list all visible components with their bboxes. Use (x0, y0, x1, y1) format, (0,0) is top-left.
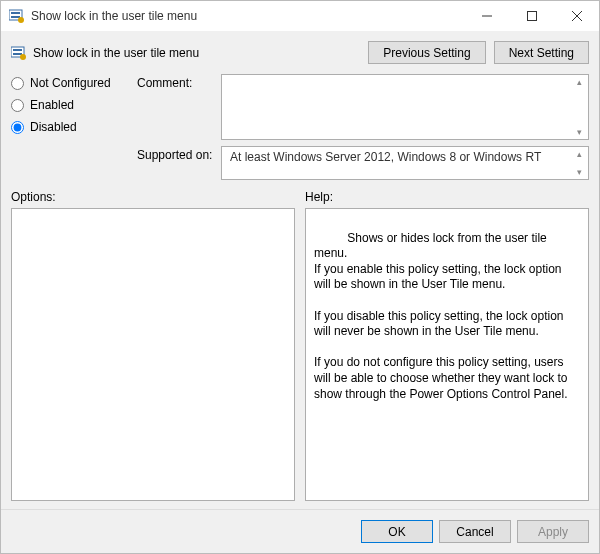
spacer (11, 501, 589, 509)
content-area: Show lock in the user tile menu Previous… (1, 31, 599, 509)
svg-point-11 (20, 54, 26, 60)
radio-enabled-label: Enabled (30, 98, 74, 112)
minimize-button[interactable] (464, 1, 509, 31)
help-text: Shows or hides lock from the user tile m… (314, 231, 571, 401)
svg-rect-5 (527, 12, 536, 21)
settings-grid: Not Configured Enabled Disabled Comment:… (11, 74, 589, 180)
supported-scroll[interactable]: ▴ ▾ (571, 148, 587, 178)
apply-button[interactable]: Apply (517, 520, 589, 543)
ok-button[interactable]: OK (361, 520, 433, 543)
radio-not-configured[interactable]: Not Configured (11, 76, 131, 90)
svg-rect-9 (13, 49, 22, 51)
radio-enabled-input[interactable] (11, 99, 24, 112)
titlebar: Show lock in the user tile menu (1, 1, 599, 31)
radio-not-configured-input[interactable] (11, 77, 24, 90)
svg-rect-1 (11, 12, 20, 14)
options-panel[interactable] (11, 208, 295, 501)
radio-disabled-input[interactable] (11, 121, 24, 134)
comment-label: Comment: (137, 74, 215, 140)
comment-scroll[interactable]: ▴ ▾ (571, 76, 587, 138)
svg-point-3 (18, 17, 24, 23)
svg-rect-2 (11, 16, 20, 18)
help-panel[interactable]: Shows or hides lock from the user tile m… (305, 208, 589, 501)
svg-rect-10 (13, 53, 22, 55)
options-label: Options: (11, 190, 295, 204)
chevron-down-icon[interactable]: ▾ (571, 166, 587, 178)
help-label: Help: (305, 190, 589, 204)
window-title: Show lock in the user tile menu (31, 9, 464, 23)
next-setting-button[interactable]: Next Setting (494, 41, 589, 64)
header-row: Show lock in the user tile menu Previous… (11, 41, 589, 64)
policy-heading: Show lock in the user tile menu (11, 45, 360, 61)
policy-icon (9, 8, 25, 24)
policy-icon (11, 45, 27, 61)
close-button[interactable] (554, 1, 599, 31)
state-radio-group: Not Configured Enabled Disabled (11, 74, 131, 180)
maximize-button[interactable] (509, 1, 554, 31)
chevron-up-icon[interactable]: ▴ (571, 76, 587, 88)
policy-editor-window: Show lock in the user tile menu (0, 0, 600, 554)
radio-disabled[interactable]: Disabled (11, 120, 131, 134)
chevron-up-icon[interactable]: ▴ (571, 148, 587, 160)
cancel-button[interactable]: Cancel (439, 520, 511, 543)
lower-panels: Options: Help: Shows or hides lock from … (11, 190, 589, 501)
radio-disabled-label: Disabled (30, 120, 77, 134)
previous-setting-button[interactable]: Previous Setting (368, 41, 485, 64)
supported-on-field: At least Windows Server 2012, Windows 8 … (221, 146, 589, 180)
radio-enabled[interactable]: Enabled (11, 98, 131, 112)
comment-field[interactable]: ▴ ▾ (221, 74, 589, 140)
footer: OK Cancel Apply (1, 509, 599, 553)
help-column: Help: Shows or hides lock from the user … (305, 190, 589, 501)
radio-not-configured-label: Not Configured (30, 76, 111, 90)
supported-on-value: At least Windows Server 2012, Windows 8 … (230, 150, 541, 164)
supported-on-label: Supported on: (137, 146, 215, 180)
chevron-down-icon[interactable]: ▾ (571, 126, 587, 138)
options-column: Options: (11, 190, 295, 501)
policy-name: Show lock in the user tile menu (33, 46, 199, 60)
